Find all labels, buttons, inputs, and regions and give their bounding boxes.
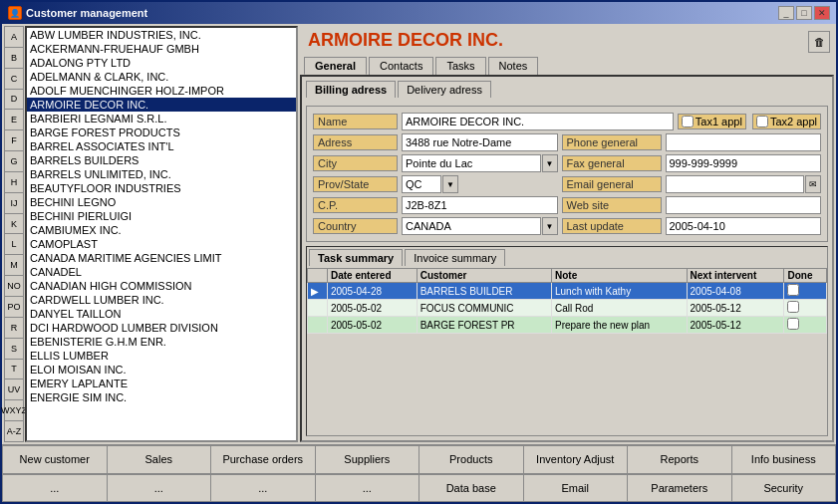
tab-general[interactable]: General (304, 57, 367, 75)
alpha-btn-k[interactable]: K (4, 213, 24, 234)
alpha-btn-no[interactable]: NO (4, 275, 24, 296)
alpha-btn-c[interactable]: C (4, 68, 24, 89)
toolbar-btn-sales[interactable]: Sales (107, 445, 211, 474)
customer-list-item[interactable]: BARRELS UNLIMITED, INC. (27, 167, 296, 181)
done-checkbox[interactable] (787, 318, 799, 330)
toolbar-btn-sub-6[interactable]: Parameters (627, 474, 731, 503)
phone-general-input[interactable] (666, 133, 822, 151)
toolbar-btn-purchase-orders[interactable]: Purchase orders (210, 445, 315, 474)
email-icon-button[interactable]: ✉ (805, 175, 821, 193)
task-summary-tab[interactable]: Task summary (309, 249, 403, 266)
alpha-btn-uv[interactable]: UV (4, 378, 24, 399)
customer-list-item[interactable]: CARDWELL LUMBER INC. (27, 293, 296, 307)
customer-list-item[interactable]: ENERGIE SIM INC. (27, 390, 296, 404)
fax-general-input[interactable] (666, 154, 822, 172)
customer-list-item[interactable]: BARBIERI LEGNAMI S.R.L. (27, 112, 296, 126)
customer-list-item[interactable]: ARMOIRE DECOR INC. (27, 98, 296, 112)
tax2-checkbox[interactable] (756, 116, 768, 127)
cell-done[interactable] (784, 317, 827, 334)
alpha-btn-b[interactable]: B (4, 47, 24, 68)
toolbar-btn-sub-2[interactable]: ... (210, 474, 315, 503)
table-row[interactable]: 2005-05-02 BARGE FOREST PR Prepare the n… (308, 317, 827, 334)
alpha-btn-m[interactable]: M (4, 254, 24, 275)
alpha-btn-l[interactable]: L (4, 233, 24, 254)
toolbar-btn-products[interactable]: Products (419, 445, 523, 474)
customer-list-item[interactable]: BARGE FOREST PRODUCTS (27, 126, 296, 139)
alpha-btn-e[interactable]: E (4, 109, 24, 129)
cell-done[interactable] (784, 283, 827, 300)
customer-list-item[interactable]: DCI HARDWOOD LUMBER DIVISION (27, 321, 296, 335)
alpha-btn-po[interactable]: PO (4, 296, 24, 317)
prov-input[interactable] (402, 175, 441, 193)
customer-list-item[interactable]: ABW LUMBER INDUSTRIES, INC. (27, 28, 296, 42)
customer-list-item[interactable]: BARRELS BUILDERS (27, 153, 296, 167)
country-dropdown[interactable]: ▼ (542, 217, 558, 235)
toolbar-btn-sub-5[interactable]: Email (523, 474, 628, 503)
customer-list-item[interactable]: BECHINI LEGNO (27, 195, 296, 209)
website-input[interactable] (666, 196, 822, 214)
alpha-btn-h[interactable]: H (4, 171, 24, 192)
toolbar-btn-inventory-adjust[interactable]: Inventory Adjust (523, 445, 628, 474)
invoice-summary-tab[interactable]: Invoice summary (405, 249, 505, 266)
alpha-btn-a[interactable]: A (4, 26, 24, 47)
toolbar-btn-sub-0[interactable]: ... (2, 474, 107, 503)
tax1-checkbox[interactable] (682, 116, 694, 127)
done-checkbox[interactable] (787, 301, 799, 313)
cp-input[interactable] (402, 196, 558, 214)
close-button[interactable]: ✕ (814, 6, 830, 20)
address-input[interactable] (402, 133, 558, 151)
customer-list-item[interactable]: EBENISTERIE G.H.M ENR. (27, 335, 296, 349)
last-update-input[interactable] (666, 217, 822, 235)
country-input[interactable] (402, 217, 541, 235)
prov-dropdown[interactable]: ▼ (442, 175, 458, 193)
alpha-btn-f[interactable]: F (4, 129, 24, 150)
toolbar-btn-sub-4[interactable]: Data base (419, 474, 523, 503)
alpha-btn-g[interactable]: G (4, 150, 24, 171)
toolbar-btn-info-business[interactable]: Info business (731, 445, 837, 474)
tab-tasks[interactable]: Tasks (435, 57, 485, 75)
toolbar-btn-sub-1[interactable]: ... (107, 474, 211, 503)
city-dropdown[interactable]: ▼ (542, 154, 558, 172)
customer-list-item[interactable]: CANADIAN HIGH COMMISSION (27, 279, 296, 293)
maximize-button[interactable]: □ (796, 6, 812, 20)
tab-notes[interactable]: Notes (488, 57, 539, 75)
alpha-btn-d[interactable]: D (4, 89, 24, 110)
customer-listbox[interactable]: ABW LUMBER INDUSTRIES, INC.ACKERMANN-FRU… (27, 28, 296, 440)
alpha-btn-wxyz[interactable]: WXYZ (4, 399, 24, 420)
tab-contacts[interactable]: Contacts (369, 57, 433, 75)
toolbar-btn-suppliers[interactable]: Suppliers (315, 445, 419, 474)
toolbar-btn-sub-3[interactable]: ... (315, 474, 419, 503)
customer-list-item[interactable]: ELLIS LUMBER (27, 349, 296, 363)
customer-list-item[interactable]: ADALONG PTY LTD (27, 56, 296, 70)
name-input[interactable] (402, 113, 674, 130)
customer-list-item[interactable]: ACKERMANN-FRUEHAUF GMBH (27, 42, 296, 56)
toolbar-btn-new-customer[interactable]: New customer (2, 445, 107, 474)
delivery-tab[interactable]: Delivery adress (398, 81, 491, 98)
customer-list-item[interactable]: ADOLF MUENCHINGER HOLZ-IMPOR (27, 84, 296, 98)
customer-list-item[interactable]: CANADA MARITIME AGENCIES LIMIT (27, 251, 296, 265)
tax1-label[interactable]: Tax1 appl (678, 114, 746, 129)
toolbar-btn-reports[interactable]: Reports (627, 445, 731, 474)
minimize-button[interactable]: _ (778, 6, 794, 20)
toolbar-btn-sub-7[interactable]: Security (731, 474, 837, 503)
task-table-container[interactable]: Date entered Customer Note Next interven… (307, 268, 827, 435)
alpha-btn-r[interactable]: R (4, 317, 24, 338)
cell-done[interactable] (784, 300, 827, 317)
email-general-input[interactable] (666, 175, 805, 193)
customer-list-item[interactable]: EMERY LAPLANTE (27, 377, 296, 390)
delete-button[interactable]: 🗑 (808, 31, 830, 53)
table-row[interactable]: ▶ 2005-04-28 BARRELS BUILDER Lunch with … (308, 283, 827, 300)
customer-list-item[interactable]: BEAUTYFLOOR INDUSTRIES (27, 181, 296, 195)
table-row[interactable]: 2005-05-02 FOCUS COMMUNIC Call Rod 2005-… (308, 300, 827, 317)
tax2-label[interactable]: Tax2 appl (752, 114, 821, 129)
alpha-btn-t[interactable]: T (4, 359, 24, 379)
city-input[interactable] (402, 154, 541, 172)
billing-tab[interactable]: Billing adress (306, 81, 396, 98)
customer-list-item[interactable]: CAMOPLAST (27, 237, 296, 251)
customer-list-item[interactable]: DANYEL TAILLON (27, 307, 296, 321)
alpha-btn-a-z[interactable]: A-Z (4, 420, 24, 442)
customer-list-item[interactable]: BARREL ASSOCIATES INT'L (27, 139, 296, 153)
alpha-btn-s[interactable]: S (4, 338, 24, 359)
customer-list-item[interactable]: ADELMANN & CLARK, INC. (27, 70, 296, 84)
alpha-btn-ij[interactable]: IJ (4, 192, 24, 213)
